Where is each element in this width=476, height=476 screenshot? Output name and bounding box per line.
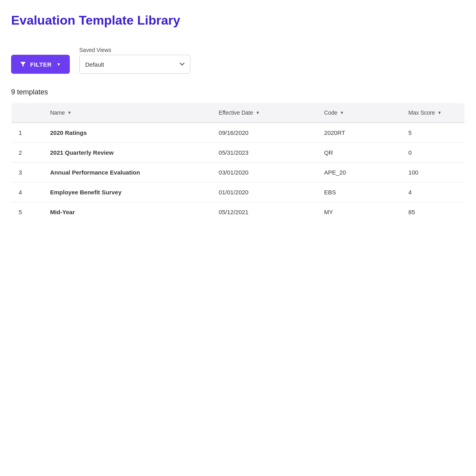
cell-code: QR <box>317 143 401 163</box>
cell-name: 2020 Ratings <box>43 123 211 143</box>
cell-number: 4 <box>12 182 43 202</box>
cell-name: 2021 Quarterly Review <box>43 143 211 163</box>
cell-name: Employee Benefit Survey <box>43 182 211 202</box>
table-header-row: Name ▼ Effective Date ▼ Code ▼ Max Score <box>12 103 465 123</box>
filter-label: FILTER <box>30 61 52 68</box>
cell-code: EBS <box>317 182 401 202</box>
cell-max-score: 0 <box>401 143 465 163</box>
cell-name: Annual Performance Evaluation <box>43 163 211 182</box>
cell-max-score: 100 <box>401 163 465 182</box>
th-max-score[interactable]: Max Score ▼ <box>401 103 465 123</box>
filter-button[interactable]: FILTER ▼ <box>11 55 70 74</box>
cell-max-score: 5 <box>401 123 465 143</box>
filter-icon <box>20 61 26 67</box>
table-row[interactable]: 2 2021 Quarterly Review 05/31/2023 QR 0 <box>12 143 465 163</box>
templates-count: 9 templates <box>11 88 465 96</box>
name-sort-icon[interactable]: ▼ <box>67 110 72 115</box>
code-sort-icon[interactable]: ▼ <box>340 110 344 115</box>
table-row[interactable]: 3 Annual Performance Evaluation 03/01/20… <box>12 163 465 182</box>
saved-views-select[interactable]: Default Custom View 1 Custom View 2 <box>79 55 190 74</box>
table-row[interactable]: 4 Employee Benefit Survey 01/01/2020 EBS… <box>12 182 465 202</box>
cell-name: Mid-Year <box>43 202 211 222</box>
cell-number: 1 <box>12 123 43 143</box>
cell-code: MY <box>317 202 401 222</box>
cell-code: APE_20 <box>317 163 401 182</box>
cell-number: 3 <box>12 163 43 182</box>
cell-effective-date: 05/12/2021 <box>211 202 317 222</box>
cell-effective-date: 09/16/2020 <box>211 123 317 143</box>
table-row[interactable]: 5 Mid-Year 05/12/2021 MY 85 <box>12 202 465 222</box>
table-row[interactable]: 1 2020 Ratings 09/16/2020 2020RT 5 <box>12 123 465 143</box>
cell-max-score: 4 <box>401 182 465 202</box>
cell-number: 5 <box>12 202 43 222</box>
score-sort-icon[interactable]: ▼ <box>438 110 442 115</box>
th-effective-date[interactable]: Effective Date ▼ <box>211 103 317 123</box>
cell-max-score: 85 <box>401 202 465 222</box>
th-code[interactable]: Code ▼ <box>317 103 401 123</box>
th-number <box>12 103 43 123</box>
filter-chevron-icon: ▼ <box>56 62 61 67</box>
data-table: Name ▼ Effective Date ▼ Code ▼ Max Score <box>11 103 465 222</box>
saved-views-label: Saved Views <box>79 47 190 53</box>
cell-effective-date: 01/01/2020 <box>211 182 317 202</box>
page-title: Evaluation Template Library <box>11 13 465 28</box>
date-sort-icon[interactable]: ▼ <box>255 110 260 115</box>
cell-number: 2 <box>12 143 43 163</box>
cell-effective-date: 05/31/2023 <box>211 143 317 163</box>
saved-views-group: Saved Views Default Custom View 1 Custom… <box>79 47 190 74</box>
cell-code: 2020RT <box>317 123 401 143</box>
cell-effective-date: 03/01/2020 <box>211 163 317 182</box>
toolbar: FILTER ▼ Saved Views Default Custom View… <box>11 47 465 74</box>
th-name[interactable]: Name ▼ <box>43 103 211 123</box>
